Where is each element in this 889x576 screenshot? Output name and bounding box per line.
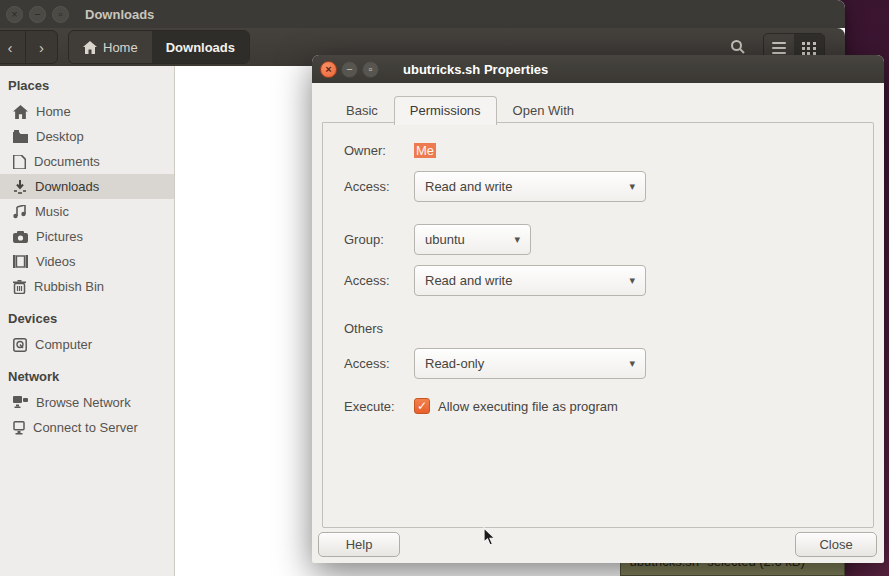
sidebar-item-label: Desktop xyxy=(36,129,84,144)
sidebar-item-label: Music xyxy=(35,204,69,219)
sidebar-item-label: Connect to Server xyxy=(33,420,138,435)
network-icon xyxy=(13,396,28,409)
tab-permissions[interactable]: Permissions xyxy=(394,96,497,125)
close-icon[interactable]: × xyxy=(320,61,337,78)
tab-bar: Basic Permissions Open With xyxy=(330,95,590,124)
sidebar: Places Home Desktop Documents xyxy=(0,66,175,576)
others-section-label: Others xyxy=(344,321,383,336)
pictures-icon xyxy=(13,231,28,243)
dropdown-value: Read and write xyxy=(425,273,512,288)
sidebar-item-browse-network[interactable]: Browse Network xyxy=(0,390,174,415)
owner-access-dropdown[interactable]: Read and write ▾ xyxy=(414,171,646,202)
server-icon xyxy=(13,421,25,435)
breadcrumb-label: Downloads xyxy=(166,40,235,55)
sidebar-header-devices: Devices xyxy=(0,307,174,332)
sidebar-item-label: Videos xyxy=(36,254,76,269)
close-button[interactable]: Close xyxy=(795,532,877,557)
chevron-down-icon: ▾ xyxy=(619,274,635,287)
list-view-icon xyxy=(772,42,786,54)
status-bar: "ubutricks.sh" selected (2.6 kB) xyxy=(620,562,845,576)
group-access-label: Access: xyxy=(344,273,414,288)
sidebar-item-label: Documents xyxy=(34,154,100,169)
dialog-title: ubutricks.sh Properties xyxy=(403,62,548,77)
sidebar-item-label: Pictures xyxy=(36,229,83,244)
breadcrumb-home[interactable]: Home xyxy=(69,31,152,63)
help-button[interactable]: Help xyxy=(318,532,400,557)
permissions-panel: Owner: Me Access: Read and write ▾ Group… xyxy=(322,122,874,528)
drive-icon xyxy=(13,338,27,352)
sidebar-item-computer[interactable]: Computer xyxy=(0,332,174,357)
chevron-down-icon: ▾ xyxy=(619,180,635,193)
dropdown-value: Read and write xyxy=(425,179,512,194)
owner-value[interactable]: Me xyxy=(414,143,436,158)
properties-dialog: × − ▫ ubutricks.sh Properties Basic Perm… xyxy=(312,55,884,563)
close-icon[interactable]: × xyxy=(6,6,23,23)
search-icon xyxy=(730,39,746,55)
music-icon xyxy=(13,205,27,219)
sidebar-item-videos[interactable]: Videos xyxy=(0,249,174,274)
sidebar-header-network: Network xyxy=(0,365,174,390)
tab-basic[interactable]: Basic xyxy=(330,96,394,125)
execute-checkbox-label: Allow executing file as program xyxy=(438,399,618,414)
sidebar-item-rubbish-bin[interactable]: Rubbish Bin xyxy=(0,274,174,299)
sidebar-item-label: Downloads xyxy=(35,179,99,194)
home-icon xyxy=(83,41,97,54)
chevron-down-icon: ▾ xyxy=(504,233,520,246)
sidebar-item-home[interactable]: Home xyxy=(0,99,174,124)
group-dropdown[interactable]: ubuntu ▾ xyxy=(414,224,531,255)
breadcrumb-label: Home xyxy=(103,40,138,55)
grid-view-icon xyxy=(802,42,816,55)
sidebar-item-label: Browse Network xyxy=(36,395,131,410)
titlebar: × − ▫ Downloads xyxy=(0,0,845,28)
trash-icon xyxy=(13,280,26,294)
execute-label: Execute: xyxy=(344,399,414,414)
desktop: × − ▫ Downloads ‹ › Home Downloads xyxy=(0,0,889,576)
breadcrumb-downloads[interactable]: Downloads xyxy=(152,31,249,63)
others-access-label: Access: xyxy=(344,356,414,371)
sidebar-item-downloads[interactable]: Downloads xyxy=(0,174,174,199)
sidebar-item-music[interactable]: Music xyxy=(0,199,174,224)
sidebar-item-pictures[interactable]: Pictures xyxy=(0,224,174,249)
downloads-icon xyxy=(13,180,27,194)
videos-icon xyxy=(13,255,28,268)
sidebar-item-desktop[interactable]: Desktop xyxy=(0,124,174,149)
home-icon xyxy=(13,105,28,119)
window-title: Downloads xyxy=(85,7,154,22)
minimize-icon[interactable]: − xyxy=(341,61,358,78)
document-icon xyxy=(13,155,26,169)
sidebar-item-label: Home xyxy=(36,104,71,119)
owner-label: Owner: xyxy=(344,143,414,158)
execute-checkbox[interactable]: ✓ xyxy=(414,398,430,414)
dialog-titlebar: × − ▫ ubutricks.sh Properties xyxy=(312,55,884,83)
sidebar-item-documents[interactable]: Documents xyxy=(0,149,174,174)
sidebar-item-connect-to-server[interactable]: Connect to Server xyxy=(0,415,174,440)
forward-button[interactable]: › xyxy=(26,31,57,63)
dropdown-value: ubuntu xyxy=(425,232,465,247)
others-access-dropdown[interactable]: Read-only ▾ xyxy=(414,348,646,379)
sidebar-header-places: Places xyxy=(0,74,174,99)
group-access-dropdown[interactable]: Read and write ▾ xyxy=(414,265,646,296)
maximize-icon[interactable]: ▫ xyxy=(362,61,379,78)
sidebar-item-label: Rubbish Bin xyxy=(34,279,104,294)
dropdown-value: Read-only xyxy=(425,356,484,371)
owner-access-label: Access: xyxy=(344,179,414,194)
mouse-cursor xyxy=(483,527,497,547)
maximize-icon[interactable]: ▫ xyxy=(52,6,69,23)
tab-open-with[interactable]: Open With xyxy=(497,96,590,125)
nav-buttons: ‹ › xyxy=(0,30,58,64)
desktop-icon xyxy=(13,130,28,143)
chevron-down-icon: ▾ xyxy=(619,357,635,370)
breadcrumb: Home Downloads xyxy=(68,30,250,64)
minimize-icon[interactable]: − xyxy=(29,6,46,23)
status-text: "ubutricks.sh" selected (2.6 kB) xyxy=(621,562,844,569)
back-button[interactable]: ‹ xyxy=(0,31,26,63)
group-label: Group: xyxy=(344,232,414,247)
sidebar-item-label: Computer xyxy=(35,337,92,352)
